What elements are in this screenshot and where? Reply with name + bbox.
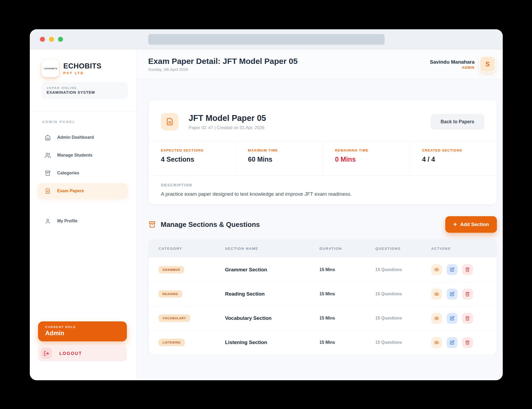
- table-row: READING Reading Section 15 Mins 15 Quest…: [149, 282, 497, 306]
- view-section-button[interactable]: [431, 289, 442, 300]
- close-window-button[interactable]: [40, 37, 45, 42]
- view-section-button[interactable]: [431, 337, 442, 348]
- section-duration: 15 Mins: [319, 267, 375, 272]
- sections-table: CATEGORY SECTION NAME DURATION QUESTIONS…: [148, 239, 497, 355]
- sidebar: ✦ECHOBITS ECHOBITS PVT LTD JAPAN ONLINE …: [30, 50, 136, 380]
- system-name-line2: EXAMINATION SYSTEM: [47, 90, 123, 95]
- edit-section-button[interactable]: [447, 313, 458, 324]
- category-badge: GRAMMER: [159, 266, 184, 273]
- delete-section-button[interactable]: [462, 289, 473, 300]
- delete-section-button[interactable]: [462, 313, 473, 324]
- trash-icon: [465, 316, 470, 321]
- category-badge: READING: [159, 290, 182, 298]
- sidebar-item-my-profile[interactable]: My Profile: [38, 213, 128, 229]
- sidebar-divider: [38, 202, 128, 203]
- column-header-actions: ACTIONS: [431, 247, 487, 251]
- view-section-button[interactable]: [431, 313, 442, 324]
- column-header-duration: DURATION: [319, 247, 375, 251]
- main-area: Exam Paper Detail: JFT Model Paper 05 Su…: [136, 50, 503, 380]
- document-icon: [165, 117, 174, 126]
- paper-meta: Paper ID: #7 | Created on 01 Apr, 2026: [189, 125, 266, 130]
- maximize-window-button[interactable]: [58, 37, 63, 42]
- paper-detail-card: JFT Model Paper 05 Paper ID: #7 | Create…: [148, 100, 497, 204]
- eye-icon: [434, 316, 439, 321]
- user-icon: [45, 218, 51, 224]
- eye-icon: [434, 267, 439, 272]
- table-row: GRAMMER Grammer Section 15 Mins 15 Quest…: [149, 257, 497, 282]
- edit-section-button[interactable]: [447, 337, 458, 348]
- logout-button[interactable]: LOGOUT: [38, 345, 127, 361]
- sidebar-nav: Admin Dashboard Manage Students Categori…: [30, 130, 136, 229]
- stat-remaining-time: REMAINING TIME 0 Mins: [323, 141, 410, 175]
- section-name: Vocabulary Section: [225, 315, 319, 321]
- section-questions: 15 Questions: [375, 292, 431, 296]
- logout-icon: [44, 351, 49, 356]
- manage-sections-header: Manage Sections & Questions + Add Sectio…: [148, 216, 497, 233]
- paper-stats-row: EXPECTED SECTIONS 4 Sections MAXIMUM TIM…: [149, 141, 497, 175]
- section-name: Listening Section: [225, 340, 319, 345]
- category-badge: VOCABULARY: [159, 314, 190, 322]
- table-row: LISTENING Listening Section 15 Mins 15 Q…: [149, 330, 497, 354]
- edit-icon: [450, 316, 455, 321]
- logout-label: LOGOUT: [59, 351, 82, 356]
- stat-expected-sections: EXPECTED SECTIONS 4 Sections: [149, 141, 235, 175]
- sidebar-item-exam-papers[interactable]: Exam Papers: [38, 183, 128, 199]
- section-duration: 15 Mins: [319, 340, 375, 345]
- delete-section-button[interactable]: [462, 264, 473, 275]
- sidebar-item-admin-dashboard[interactable]: Admin Dashboard: [38, 130, 128, 145]
- trash-icon: [465, 292, 470, 297]
- column-header-category: CATEGORY: [159, 247, 225, 251]
- brand-subtitle: PVT LTD: [63, 71, 102, 75]
- eye-icon: [434, 292, 439, 297]
- sidebar-item-categories[interactable]: Categories: [38, 165, 128, 181]
- section-duration: 15 Mins: [319, 292, 375, 296]
- manage-sections-title: Manage Sections & Questions: [161, 220, 260, 229]
- paper-description-block: DESCRIPTION A practice exam paper design…: [149, 175, 497, 204]
- avatar[interactable]: S: [479, 56, 496, 72]
- view-section-button[interactable]: [431, 264, 442, 275]
- current-role-label: CURRENT ROLE: [45, 325, 120, 329]
- address-bar[interactable]: [148, 34, 385, 45]
- brand-name: ECHOBITS: [63, 62, 102, 70]
- users-icon: [45, 152, 51, 158]
- minimize-window-button[interactable]: [49, 37, 54, 42]
- edit-section-button[interactable]: [447, 289, 458, 300]
- edit-section-button[interactable]: [447, 264, 458, 275]
- sidebar-item-label: Admin Dashboard: [57, 135, 94, 140]
- sidebar-divider: [30, 111, 136, 111]
- brand-logo: ✦ECHOBITS: [41, 60, 59, 77]
- description-text: A practice exam paper designed to test k…: [161, 191, 484, 197]
- paper-doc-tile: [161, 113, 178, 130]
- archive-icon: [45, 170, 51, 176]
- sidebar-section-label: ADMIN PANEL: [42, 120, 136, 124]
- back-to-papers-button[interactable]: Back to Papers: [431, 114, 484, 130]
- add-section-button[interactable]: + Add Section: [445, 216, 497, 233]
- stat-maximum-time: MAXIMUM TIME 60 Mins: [235, 141, 322, 175]
- sidebar-item-label: Manage Students: [57, 153, 92, 158]
- delete-section-button[interactable]: [462, 337, 473, 348]
- section-name: Grammer Section: [225, 267, 319, 273]
- category-badge: LISTENING: [159, 339, 185, 346]
- edit-icon: [450, 292, 455, 297]
- trash-icon: [465, 267, 470, 272]
- page-content: JFT Model Paper 05 Paper ID: #7 | Create…: [136, 79, 503, 355]
- home-icon: [45, 134, 51, 141]
- browser-window: ✦ECHOBITS ECHOBITS PVT LTD JAPAN ONLINE …: [30, 29, 503, 380]
- description-label: DESCRIPTION: [161, 183, 484, 187]
- brand-block: ✦ECHOBITS ECHOBITS PVT LTD: [41, 60, 129, 77]
- current-role-card: CURRENT ROLE Admin: [38, 321, 127, 341]
- archive-icon: [148, 221, 156, 228]
- current-role-value: Admin: [45, 330, 120, 337]
- section-duration: 15 Mins: [319, 316, 375, 321]
- traffic-lights: [40, 37, 63, 42]
- system-name-line1: JAPAN ONLINE: [47, 86, 123, 89]
- page-title: Exam Paper Detail: JFT Model Paper 05: [148, 57, 298, 66]
- paper-title: JFT Model Paper 05: [189, 113, 266, 123]
- sidebar-item-manage-students[interactable]: Manage Students: [38, 148, 128, 163]
- user-name: Savindu Manahara: [430, 59, 475, 65]
- document-icon: [45, 188, 51, 194]
- edit-icon: [450, 340, 455, 345]
- stat-created-sections: CREATED SECTIONS 4 / 4: [410, 141, 497, 175]
- table-row: VOCABULARY Vocabulary Section 15 Mins 15…: [149, 306, 497, 330]
- sidebar-item-label: Exam Papers: [57, 189, 84, 193]
